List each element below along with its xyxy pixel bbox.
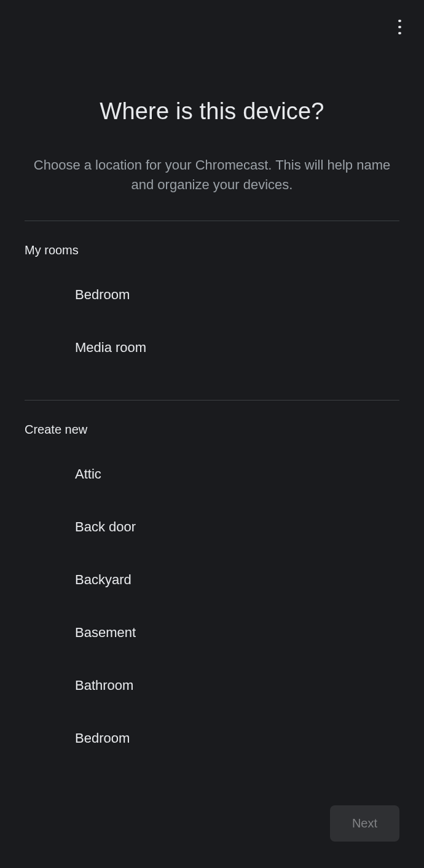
section-header-my-rooms: My rooms [0,221,424,268]
page-title: Where is this device? [25,98,399,125]
section-header-create-new: Create new [0,401,424,448]
room-option-bathroom[interactable]: Bathroom [0,659,424,712]
room-option-media-room[interactable]: Media room [0,321,424,374]
room-option-attic[interactable]: Attic [0,448,424,501]
room-option-bedroom-new[interactable]: Bedroom [0,712,424,765]
bottom-bar: Next [0,779,424,868]
content-area: Where is this device? Choose a location … [0,55,424,779]
room-option-back-door[interactable]: Back door [0,501,424,553]
more-options-icon[interactable] [392,20,407,34]
room-option-backyard[interactable]: Backyard [0,553,424,606]
next-button[interactable]: Next [330,805,399,842]
room-option-basement[interactable]: Basement [0,606,424,659]
page-subtitle: Choose a location for your Chromecast. T… [25,155,399,195]
room-option-bedroom[interactable]: Bedroom [0,268,424,321]
